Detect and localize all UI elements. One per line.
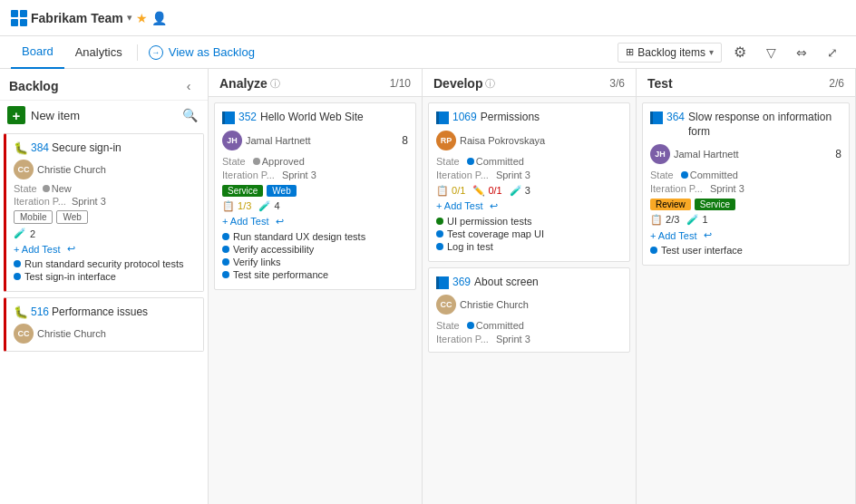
k-counter-tasks-1069: 📋 0/1 [436, 185, 465, 197]
k-avatar-369: CC [436, 295, 456, 315]
test-item-2-384: Test sign-in interface [24, 271, 116, 282]
analyze-col-name: Analyze [219, 76, 268, 91]
k-tests-1069: UI permission tests Test coverage map UI… [436, 216, 622, 252]
k-person-352: Jamal Hartnett [246, 135, 311, 146]
k-person-369: Christie Church [460, 299, 529, 310]
k-counter-tasks-352: 📋 1/3 [222, 200, 251, 212]
team-name: Fabrikam Team [31, 11, 123, 25]
revert-icon-1069[interactable]: ↩ [490, 200, 498, 212]
k-avatar-1069: RP [436, 131, 456, 150]
k-test-3-1069: Log in test [447, 241, 493, 252]
view-backlog-icon: → [149, 45, 163, 60]
view-as-backlog-btn[interactable]: → View as Backlog [141, 42, 262, 63]
k-test-1-352: Run standard UX design tests [233, 231, 365, 242]
k-avatar-364: JH [650, 144, 670, 164]
kanban-col-test: Test 2/6 364 Slow response on informatio… [637, 69, 856, 504]
expand-icon[interactable]: ⤢ [820, 40, 845, 65]
star-icon[interactable]: ★ [136, 11, 148, 25]
k-test-1-1069: UI permission tests [447, 216, 532, 227]
collapse-backlog-icon[interactable]: ‹ [179, 76, 199, 96]
k-counter-tests-1069: 🧪 3 [510, 185, 530, 197]
k-tag-service-352: Service [222, 185, 263, 197]
k-iter-label-352: Iteration P... [222, 170, 275, 180]
revert-icon-352[interactable]: ↩ [276, 216, 284, 228]
k-state-label-364: State [650, 170, 674, 180]
k-state-val-364: Committed [681, 170, 738, 180]
kanban-col-analyze: Analyze ⓘ 1/10 352 Hello World Web Site … [209, 69, 423, 504]
test-count-384: 2 [30, 228, 35, 239]
develop-count: 3/6 [609, 77, 625, 90]
k-card-title-364: Slow response on information form [688, 111, 841, 139]
k-card-364[interactable]: 364 Slow response on information form JH… [642, 102, 850, 266]
iteration-value-384: Sprint 3 [72, 196, 106, 207]
filter-icon[interactable]: ▽ [758, 40, 783, 65]
k-card-1069[interactable]: 1069 Permissions RP Raisa Pokrovskaya St… [428, 102, 630, 262]
k-test-1-364: Test user interface [661, 245, 743, 256]
nav-board[interactable]: Board [11, 36, 64, 69]
k-state-label-1069: State [436, 156, 460, 167]
tag-mobile-384: Mobile [14, 210, 53, 224]
card-type-icon-352 [222, 111, 235, 124]
test-count: 2/6 [829, 77, 844, 90]
k-counter-tests-352: 🧪 4 [258, 200, 279, 212]
card-id-516: 516 [31, 305, 49, 318]
new-item-label: New item [31, 109, 80, 122]
k-person-364: Jamal Hartnett [674, 149, 739, 160]
k-counter-tests-364: 🧪 1 [686, 214, 707, 226]
backlog-card-516[interactable]: 🐛 516 Performance issues CC Christie Chu… [4, 297, 204, 352]
k-state-val-352: Approved [253, 156, 305, 167]
people-icon[interactable]: 👤 [151, 11, 167, 25]
column-settings-icon[interactable]: ⇔ [789, 40, 814, 65]
state-label-384: State [14, 183, 37, 194]
k-iter-val-364: Sprint 3 [710, 183, 744, 194]
k-test-3-352: Verify links [233, 257, 281, 267]
card-title-384: Secure sign-in [52, 141, 122, 154]
k-card-id-369: 369 [452, 276, 471, 288]
new-item-button[interactable]: + New item [7, 106, 175, 124]
k-tag-review-364: Review [650, 199, 691, 210]
test-col-name: Test [647, 76, 673, 91]
k-iter-val-369: Sprint 3 [496, 334, 530, 344]
card-type-icon-1069 [436, 111, 449, 124]
develop-info-icon[interactable]: ⓘ [485, 77, 495, 91]
k-test-2-352: Verify accessibility [233, 244, 314, 255]
k-state-label-352: State [222, 156, 246, 167]
k-person-1069: Raisa Pokrovskaya [460, 135, 545, 146]
backlog-card-384[interactable]: 🐛 384 Secure sign-in CC Christie Church … [4, 133, 204, 292]
develop-col-name: Develop [433, 76, 482, 91]
add-test-btn-364[interactable]: + Add Test [650, 230, 696, 241]
backlog-items-grid-icon: ⊞ [626, 46, 634, 58]
k-iter-val-352: Sprint 3 [282, 170, 316, 180]
k-card-title-369: About screen [474, 276, 539, 290]
test-list-384: Run standard security protocol tests Tes… [14, 258, 196, 282]
analyze-info-icon[interactable]: ⓘ [270, 77, 280, 91]
card-id-384: 384 [31, 141, 49, 154]
add-test-btn-1069[interactable]: + Add Test [436, 200, 482, 211]
state-dot-384: New [43, 183, 72, 194]
k-test-2-1069: Test coverage map UI [447, 228, 544, 239]
dropdown-chevron-icon: ▾ [709, 47, 714, 57]
search-icon[interactable]: 🔍 [179, 104, 200, 126]
k-card-id-364: 364 [666, 111, 685, 123]
k-card-title-1069: Permissions [481, 111, 540, 125]
bug-icon-384: 🐛 [14, 141, 28, 155]
add-test-btn-352[interactable]: + Add Test [222, 216, 268, 227]
person-516: Christie Church [37, 328, 106, 339]
k-card-369[interactable]: 369 About screen CC Christie Church Stat… [428, 267, 630, 354]
k-card-352[interactable]: 352 Hello World Web Site JH Jamal Hartne… [214, 102, 416, 290]
k-tag-web-352: Web [267, 185, 296, 197]
k-state-val-369: Committed [467, 320, 524, 331]
avatar-384: CC [14, 160, 34, 179]
k-tests-364: Test user interface [650, 245, 841, 256]
nav-analytics[interactable]: Analytics [64, 38, 133, 66]
backlog-items-dropdown[interactable]: ⊞ Backlog items ▾ [618, 43, 722, 63]
revert-icon-384[interactable]: ↩ [67, 243, 75, 255]
add-test-btn-384[interactable]: + Add Test [14, 244, 60, 255]
settings-icon[interactable]: ⚙ [727, 40, 753, 65]
k-iter-label-364: Iteration P... [650, 183, 703, 194]
revert-icon-364[interactable]: ↩ [704, 229, 712, 241]
backlog-items-list: 🐛 384 Secure sign-in CC Christie Church … [0, 130, 208, 504]
new-item-plus-icon: + [7, 106, 25, 124]
test-item-1-384: Run standard security protocol tests [24, 258, 183, 269]
team-chevron-icon[interactable]: ▾ [127, 12, 132, 24]
